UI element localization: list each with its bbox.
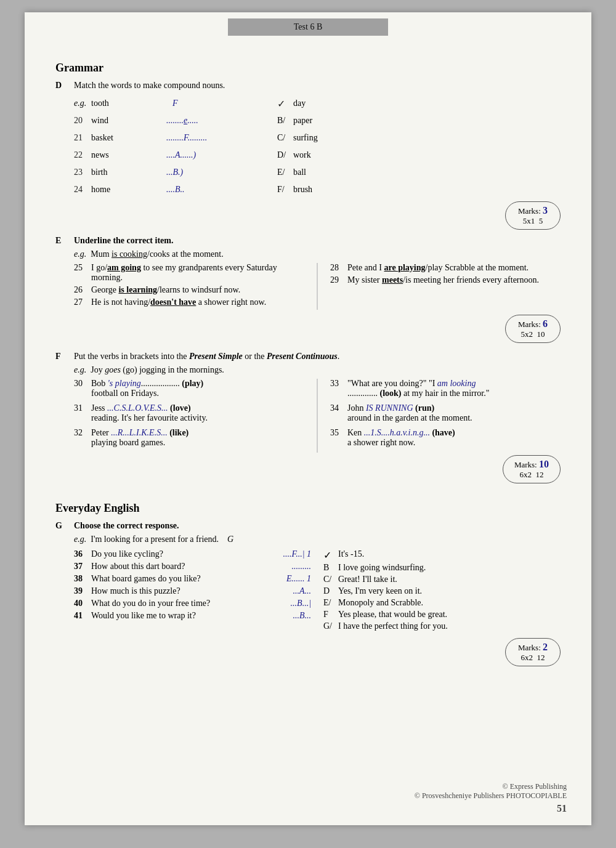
marks-d-label: Marks:	[518, 206, 543, 216]
ex-41: Would you like me to wrap it?	[91, 611, 288, 621]
col-divider-e	[317, 263, 318, 310]
resp-a-letter: ✓	[323, 549, 338, 561]
ex-26: George is learning/learns to windsurf no…	[91, 285, 304, 295]
ex-num-31: 31	[74, 403, 91, 413]
ex-num-33: 33	[330, 379, 347, 389]
ans-40: ...B...|	[291, 599, 311, 608]
marks-g-score: 2	[543, 642, 548, 652]
ex-num-30: 30	[74, 379, 91, 389]
ex-32: Peter ...R...L.I.K.E.S... (like)playing …	[91, 428, 304, 448]
marks-e-box: Marks: 6 5x2 10	[505, 315, 561, 343]
exercise-d-label: D	[55, 81, 74, 91]
exercise-g-items: 36 Do you like cycling? ....F...| 1 37 H…	[74, 549, 311, 633]
grammar-heading: Grammar	[55, 62, 561, 75]
eg-word: tooth	[91, 99, 109, 108]
ex-num-40: 40	[74, 599, 91, 608]
marks-f-multiplier: 6x2	[519, 470, 532, 479]
ex-num-37: 37	[74, 562, 91, 571]
marks-g-box: Marks: 2 6x2 12	[505, 638, 561, 666]
eg-label: e.g.	[74, 99, 91, 108]
ans-39: ...A...	[293, 586, 311, 596]
ex-num-27: 27	[74, 297, 91, 307]
resp-g-letter: G/	[323, 621, 338, 631]
ex-27: He is not having/doesn't have a shower r…	[91, 297, 304, 307]
word-news: news	[91, 150, 109, 160]
resp-e-letter: E/	[323, 598, 338, 608]
marks-f-label: Marks:	[514, 460, 539, 469]
marks-e-label: Marks:	[518, 320, 543, 329]
answers-column: F ........e..... ........F......... ....…	[166, 95, 253, 199]
word-num-23: 23	[74, 168, 91, 177]
exercise-g-responses: ✓ It's -15. B I love going windsurfing. …	[323, 549, 561, 633]
resp-d-letter: D	[323, 586, 338, 596]
ans-23: ...B.)	[166, 168, 183, 177]
marks-f-score: 10	[539, 459, 549, 469]
marks-d-score: 3	[543, 205, 548, 216]
exercise-f-right: 33 "What are you doing?" "I am looking..…	[330, 379, 561, 453]
ans-36: ....F...| 1	[283, 549, 311, 559]
ex-33: "What are you doing?" "I am looking.....…	[347, 379, 561, 398]
everyday-heading: Everyday English	[55, 502, 561, 515]
ex-40: What do you do in your free time?	[91, 599, 286, 608]
word-num-20: 20	[74, 116, 91, 126]
ex-num-26: 26	[74, 285, 91, 295]
exercise-g-label: G	[55, 521, 74, 531]
opt-c-text: surfing	[293, 133, 318, 143]
ex-num-29: 29	[330, 275, 347, 285]
exercise-e-label: E	[55, 236, 74, 246]
options-column: ✓ day B/ paper C/ surfing D/ work E/	[277, 95, 400, 199]
words-column: e.g. tooth 20 wind 21 basket 22 news 23	[74, 95, 166, 199]
marks-e-score: 6	[543, 318, 548, 329]
word-num-22: 22	[74, 150, 91, 160]
ex-38: What board games do you like?	[91, 574, 282, 584]
resp-b-letter: B	[323, 563, 338, 573]
exercise-f-left: 30 Bob 's playing.................. (pla…	[74, 379, 304, 453]
ans-22: ....A......)	[166, 150, 196, 160]
ex-num-32: 32	[74, 428, 91, 438]
marks-f-denom: 12	[535, 470, 543, 479]
exercise-e-eg: e.g. Mum is cooking/cooks at the moment.	[74, 249, 561, 259]
ex-num-35: 35	[330, 428, 347, 438]
marks-g-denom: 12	[537, 653, 545, 662]
ans-24: ....B..	[166, 185, 185, 195]
eg-answer: F	[172, 99, 178, 108]
opt-d-text: work	[293, 150, 311, 160]
marks-d-box: Marks: 3 5x1 5	[505, 201, 561, 230]
resp-g-text: I have the perfect thing for you.	[338, 621, 448, 631]
marks-d-denom: 5	[539, 216, 543, 225]
exercise-g-instruction: Choose the correct response.	[74, 521, 179, 530]
resp-a-text: It's -15.	[338, 549, 364, 559]
ex-31: Jess ...C.S.L.O.V.E.S... (love)reading. …	[91, 403, 304, 423]
resp-f-text: Yes please, that would be great.	[338, 610, 447, 620]
opt-f-letter: F/	[277, 185, 293, 195]
opt-a-text: day	[293, 99, 306, 108]
col-divider-f	[317, 379, 318, 453]
resp-c-letter: C/	[323, 575, 338, 584]
marks-g-label: Marks:	[518, 643, 543, 652]
ex-34: John IS RUNNING (run)around in the garde…	[347, 403, 561, 423]
page: Test 6 B Grammar D Match the words to ma…	[25, 12, 591, 825]
word-num-21: 21	[74, 133, 91, 143]
ex-30: Bob 's playing.................. (play)f…	[91, 379, 304, 398]
ex-num-25: 25	[74, 263, 91, 273]
opt-e-text: ball	[293, 168, 306, 177]
resp-c-text: Great! I'll take it.	[338, 575, 397, 584]
exercise-f-instruction: Put the verbs in brackets into the Prese…	[74, 352, 339, 361]
ex-28: Pete and I are playing/play Scrabble at …	[347, 263, 561, 273]
footer-line2: © Prosveshcheniye Publishers PHOTOCOPIAB…	[415, 791, 567, 801]
exercise-e-left: 25 I go/am going to see my grandparents …	[74, 263, 304, 310]
marks-g-multiplier: 6x2	[521, 653, 533, 662]
opt-b-letter: B/	[277, 116, 293, 126]
resp-b-text: I love going windsurfing.	[338, 563, 426, 573]
exercise-g-eg: e.g. I'm looking for a present for a fri…	[74, 535, 561, 544]
ans-37: .........	[292, 562, 312, 571]
ans-41: ...B...	[293, 611, 311, 621]
page-footer: © Express Publishing © Prosveshcheniye P…	[415, 782, 567, 814]
opt-c-letter: C/	[277, 133, 293, 143]
marks-e-multiplier: 5x2	[521, 329, 533, 339]
marks-e-denom: 10	[537, 329, 545, 339]
ex-36: Do you like cycling?	[91, 549, 278, 559]
page-title: Test 6 B	[294, 22, 322, 31]
ex-39: How much is this puzzle?	[91, 586, 288, 596]
resp-e-text: Monopoly and Scrabble.	[338, 598, 423, 608]
